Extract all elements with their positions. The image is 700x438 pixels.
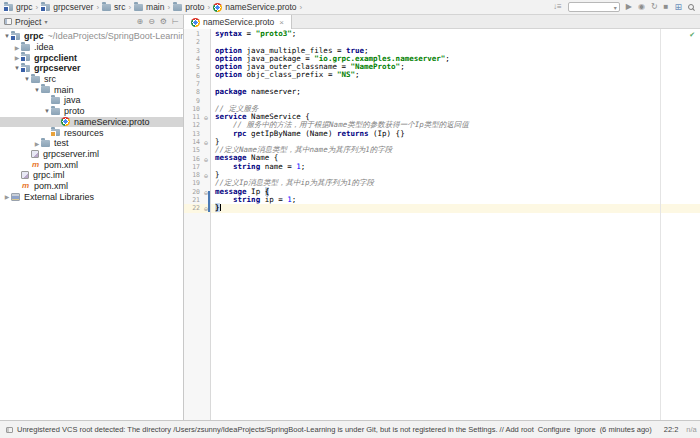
fold-marker-icon[interactable]: ⊖ <box>204 140 209 146</box>
gutter-line[interactable]: 18⊖ <box>184 171 210 179</box>
code-line[interactable]: //定义Ip消息类型，其中ip为其序列为1的字段 <box>215 179 700 187</box>
proto-file-icon <box>61 117 70 126</box>
project-structure-icon[interactable]: ⊞ <box>674 3 682 12</box>
chevron-right-icon[interactable]: ▶ <box>33 140 41 147</box>
tree-item-idea[interactable]: ▶.idea <box>0 42 183 53</box>
folder-icon <box>51 97 60 104</box>
chevron-right-icon: › <box>128 3 131 12</box>
toolwindow-switcher-icon[interactable] <box>6 427 13 433</box>
breadcrumb-label: main <box>146 2 164 12</box>
tree-item-external-libraries[interactable]: ▶External Libraries <box>0 191 183 202</box>
code-line[interactable]: } <box>211 204 700 212</box>
gutter-line[interactable]: 20⊖ <box>184 188 210 196</box>
stop-button[interactable]: ■ <box>664 3 669 11</box>
gutter-line[interactable]: 9 <box>184 96 210 104</box>
tree-item-proto[interactable]: ▼proto <box>0 106 183 117</box>
chevron-down-icon[interactable]: ▾ <box>44 18 47 25</box>
gutter-line[interactable]: 8 <box>184 88 210 96</box>
inspection-ok-icon[interactable]: ✔ <box>689 31 695 39</box>
gear-icon[interactable]: ⚙ <box>160 18 167 26</box>
code-line[interactable]: option objc_class_prefix = "NS"; <box>215 71 700 79</box>
code-line[interactable]: syntax = "proto3"; <box>215 30 700 38</box>
locate-icon[interactable]: ⊕ <box>136 18 143 26</box>
chevron-right-icon: › <box>300 3 303 12</box>
hide-panel-icon[interactable]: ⊢ <box>172 18 179 26</box>
fold-marker-icon[interactable]: ⊖ <box>204 115 209 121</box>
gutter-line[interactable]: 2 <box>184 38 210 46</box>
tree-item-grpcserver-iml[interactable]: grpcserver.iml <box>0 149 183 160</box>
gutter-line[interactable]: 1 <box>184 30 210 38</box>
tree-item-pom-xml[interactable]: mpom.xml <box>0 159 183 170</box>
code-line[interactable]: //定义Name消息类型，其中name为其序列为1的字段 <box>215 146 700 154</box>
caret-position-widget[interactable]: 22:2 <box>664 425 679 434</box>
fold-marker-icon[interactable]: ⊖ <box>204 173 209 179</box>
tree-item-label: grpcserver.iml <box>43 149 99 159</box>
configure-link[interactable]: Configure <box>538 425 571 434</box>
code-line[interactable]: rpc getIpByName (Name) returns (Ip) {} <box>215 130 700 138</box>
close-icon[interactable]: × <box>279 18 284 27</box>
chevron-down-icon[interactable]: ▼ <box>33 87 41 93</box>
tree-item-grpcserver[interactable]: ▼grpcserver <box>0 63 183 74</box>
tree-item-pom-xml[interactable]: mpom.xml <box>0 181 183 192</box>
chevron-down-icon[interactable]: ▼ <box>43 108 51 114</box>
tree-item-nameservice-proto[interactable]: nameService.proto <box>0 117 183 128</box>
code-line[interactable]: string name = 1; <box>215 163 700 171</box>
gutter-line[interactable]: 5 <box>184 63 210 71</box>
tree-item-main[interactable]: ▼main <box>0 84 183 95</box>
gutter-line[interactable]: 16⊖ <box>184 154 210 162</box>
breadcrumb-item-main[interactable]: main <box>134 2 164 12</box>
search-icon[interactable] <box>688 4 694 10</box>
tree-item-label: nameService.proto <box>74 117 150 127</box>
gutter-line[interactable]: 4 <box>184 55 210 63</box>
fold-marker-icon[interactable]: ⊖ <box>204 157 209 163</box>
editor-gutter[interactable]: 1234567891011⊖121314⊖1516⊖1718⊖1920⊖2122… <box>184 29 211 420</box>
navigation-bar: grpc›grpcserver›src›main›proto›nameServi… <box>0 0 700 15</box>
code-area[interactable]: syntax = "proto3";option java_multiple_f… <box>211 29 700 420</box>
module-folder-icon <box>21 65 30 72</box>
debug-button[interactable]: ◉ <box>638 3 645 11</box>
tree-item-src[interactable]: ▼src <box>0 74 183 85</box>
tree-item-label: grpc <box>24 31 44 41</box>
module-folder-icon <box>21 54 30 61</box>
code-line[interactable] <box>215 96 700 104</box>
breadcrumb-item-proto[interactable]: proto <box>173 2 204 12</box>
tree-item-grpcclient[interactable]: ▶grpcclient <box>0 52 183 63</box>
chevron-down-icon[interactable]: ▼ <box>23 76 31 82</box>
line-number: 8 <box>184 88 202 96</box>
tab-nameservice-proto[interactable]: nameService.proto × <box>184 15 292 29</box>
breadcrumb-item-grpcserver[interactable]: grpcserver <box>41 2 93 12</box>
gutter-line[interactable]: 11⊖ <box>184 113 210 121</box>
folder-icon <box>21 44 30 51</box>
gutter-line[interactable]: 22⊖ <box>184 204 210 212</box>
gutter-line[interactable]: 12 <box>184 121 210 129</box>
tree-item-grpc[interactable]: ▼grpc~/IdeaProjects/SpringBoot-Learning <box>0 31 183 42</box>
breadcrumb-item-nameservice-proto[interactable]: nameService.proto <box>213 2 296 12</box>
breadcrumb-item-grpc[interactable]: grpc <box>4 2 33 12</box>
gutter-line[interactable]: 6 <box>184 71 210 79</box>
line-separator-widget[interactable]: n/a <box>686 425 696 434</box>
collapse-all-icon[interactable]: ⊖ <box>148 18 155 26</box>
gutter-line[interactable]: 3 <box>184 47 210 55</box>
tree-item-java[interactable]: java <box>0 95 183 106</box>
run-config-select[interactable]: ▾ <box>568 2 620 12</box>
folder-icon <box>31 76 40 83</box>
breadcrumb-item-src[interactable]: src <box>102 2 125 12</box>
code-line[interactable]: package nameserver; <box>215 88 700 96</box>
project-panel-title[interactable]: Project <box>15 17 41 27</box>
gutter-line[interactable]: 7 <box>184 80 210 88</box>
tree-item-test[interactable]: ▶test <box>0 138 183 149</box>
tree-item-grpc-iml[interactable]: grpc.iml <box>0 170 183 181</box>
chevron-right-icon[interactable]: ▶ <box>13 44 21 51</box>
updates-icon[interactable]: ↓≡ <box>553 3 562 11</box>
resources-folder-icon <box>51 129 60 136</box>
coverage-button[interactable]: ↻ <box>651 3 658 11</box>
code-line[interactable]: string ip = 1; <box>215 196 700 204</box>
tree-item-resources[interactable]: resources <box>0 127 183 138</box>
run-button[interactable]: ▶ <box>626 3 632 11</box>
ignore-link[interactable]: Ignore <box>574 425 595 434</box>
gutter-line[interactable]: 14⊖ <box>184 138 210 146</box>
breadcrumb-label: proto <box>185 2 204 12</box>
chevron-right-icon[interactable]: ▶ <box>3 193 11 200</box>
project-tree: ▼grpc~/IdeaProjects/SpringBoot-Learning▶… <box>0 31 183 202</box>
tree-item-label: External Libraries <box>24 192 94 202</box>
